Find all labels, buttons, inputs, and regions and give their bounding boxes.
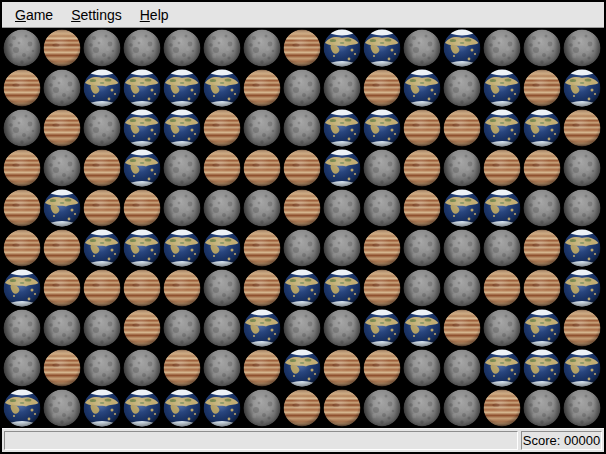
- ball-earth[interactable]: [402, 308, 442, 348]
- ball-jupiter[interactable]: [242, 268, 282, 308]
- ball-moon[interactable]: [522, 188, 562, 228]
- ball-moon[interactable]: [482, 28, 522, 68]
- ball-moon[interactable]: [522, 388, 562, 428]
- ball-jupiter[interactable]: [42, 268, 82, 308]
- ball-jupiter[interactable]: [442, 108, 482, 148]
- ball-earth[interactable]: [202, 228, 242, 268]
- ball-earth[interactable]: [122, 228, 162, 268]
- ball-earth[interactable]: [122, 388, 162, 428]
- ball-jupiter[interactable]: [362, 68, 402, 108]
- ball-moon[interactable]: [162, 148, 202, 188]
- ball-moon[interactable]: [42, 148, 82, 188]
- ball-earth[interactable]: [362, 108, 402, 148]
- ball-jupiter[interactable]: [42, 108, 82, 148]
- ball-jupiter[interactable]: [362, 348, 402, 388]
- ball-jupiter[interactable]: [242, 228, 282, 268]
- ball-moon[interactable]: [82, 308, 122, 348]
- ball-earth[interactable]: [402, 68, 442, 108]
- ball-earth[interactable]: [122, 108, 162, 148]
- ball-moon[interactable]: [82, 348, 122, 388]
- ball-moon[interactable]: [482, 308, 522, 348]
- ball-moon[interactable]: [282, 68, 322, 108]
- ball-moon[interactable]: [282, 308, 322, 348]
- ball-earth[interactable]: [522, 308, 562, 348]
- ball-earth[interactable]: [2, 268, 42, 308]
- ball-earth[interactable]: [202, 68, 242, 108]
- ball-moon[interactable]: [362, 188, 402, 228]
- ball-jupiter[interactable]: [522, 148, 562, 188]
- ball-earth[interactable]: [162, 388, 202, 428]
- ball-earth[interactable]: [202, 388, 242, 428]
- ball-moon[interactable]: [322, 228, 362, 268]
- ball-moon[interactable]: [2, 108, 42, 148]
- ball-earth[interactable]: [322, 148, 362, 188]
- ball-jupiter[interactable]: [362, 228, 402, 268]
- ball-jupiter[interactable]: [2, 228, 42, 268]
- ball-moon[interactable]: [442, 348, 482, 388]
- ball-earth[interactable]: [162, 228, 202, 268]
- ball-moon[interactable]: [282, 108, 322, 148]
- ball-moon[interactable]: [162, 188, 202, 228]
- ball-moon[interactable]: [522, 28, 562, 68]
- ball-earth[interactable]: [482, 348, 522, 388]
- ball-moon[interactable]: [562, 148, 602, 188]
- ball-moon[interactable]: [162, 308, 202, 348]
- ball-earth[interactable]: [162, 68, 202, 108]
- ball-earth[interactable]: [82, 388, 122, 428]
- ball-earth[interactable]: [562, 68, 602, 108]
- ball-moon[interactable]: [202, 28, 242, 68]
- ball-earth[interactable]: [482, 68, 522, 108]
- ball-moon[interactable]: [82, 108, 122, 148]
- ball-moon[interactable]: [402, 28, 442, 68]
- ball-earth[interactable]: [162, 108, 202, 148]
- ball-earth[interactable]: [122, 68, 162, 108]
- ball-earth[interactable]: [442, 28, 482, 68]
- ball-jupiter[interactable]: [522, 268, 562, 308]
- ball-moon[interactable]: [242, 388, 282, 428]
- ball-jupiter[interactable]: [282, 148, 322, 188]
- ball-moon[interactable]: [162, 28, 202, 68]
- ball-jupiter[interactable]: [82, 148, 122, 188]
- ball-earth[interactable]: [282, 268, 322, 308]
- ball-jupiter[interactable]: [362, 268, 402, 308]
- ball-jupiter[interactable]: [402, 188, 442, 228]
- ball-moon[interactable]: [402, 388, 442, 428]
- ball-jupiter[interactable]: [162, 348, 202, 388]
- ball-moon[interactable]: [402, 348, 442, 388]
- ball-earth[interactable]: [322, 28, 362, 68]
- ball-jupiter[interactable]: [122, 188, 162, 228]
- ball-earth[interactable]: [482, 108, 522, 148]
- ball-earth[interactable]: [242, 308, 282, 348]
- ball-jupiter[interactable]: [82, 268, 122, 308]
- ball-jupiter[interactable]: [122, 308, 162, 348]
- ball-moon[interactable]: [122, 28, 162, 68]
- ball-moon[interactable]: [202, 348, 242, 388]
- ball-jupiter[interactable]: [2, 68, 42, 108]
- ball-moon[interactable]: [322, 308, 362, 348]
- ball-jupiter[interactable]: [322, 348, 362, 388]
- menu-help[interactable]: Help: [131, 4, 178, 26]
- ball-moon[interactable]: [42, 388, 82, 428]
- ball-moon[interactable]: [322, 188, 362, 228]
- ball-jupiter[interactable]: [242, 68, 282, 108]
- ball-earth[interactable]: [562, 348, 602, 388]
- ball-moon[interactable]: [562, 188, 602, 228]
- ball-moon[interactable]: [42, 68, 82, 108]
- ball-moon[interactable]: [202, 188, 242, 228]
- ball-moon[interactable]: [242, 188, 282, 228]
- ball-earth[interactable]: [562, 268, 602, 308]
- ball-jupiter[interactable]: [522, 228, 562, 268]
- ball-earth[interactable]: [482, 188, 522, 228]
- ball-jupiter[interactable]: [482, 148, 522, 188]
- ball-moon[interactable]: [282, 228, 322, 268]
- ball-earth[interactable]: [322, 268, 362, 308]
- ball-moon[interactable]: [402, 228, 442, 268]
- ball-moon[interactable]: [202, 308, 242, 348]
- ball-moon[interactable]: [322, 68, 362, 108]
- ball-moon[interactable]: [442, 388, 482, 428]
- ball-jupiter[interactable]: [242, 348, 282, 388]
- ball-jupiter[interactable]: [402, 148, 442, 188]
- ball-jupiter[interactable]: [202, 108, 242, 148]
- ball-jupiter[interactable]: [482, 268, 522, 308]
- ball-moon[interactable]: [2, 348, 42, 388]
